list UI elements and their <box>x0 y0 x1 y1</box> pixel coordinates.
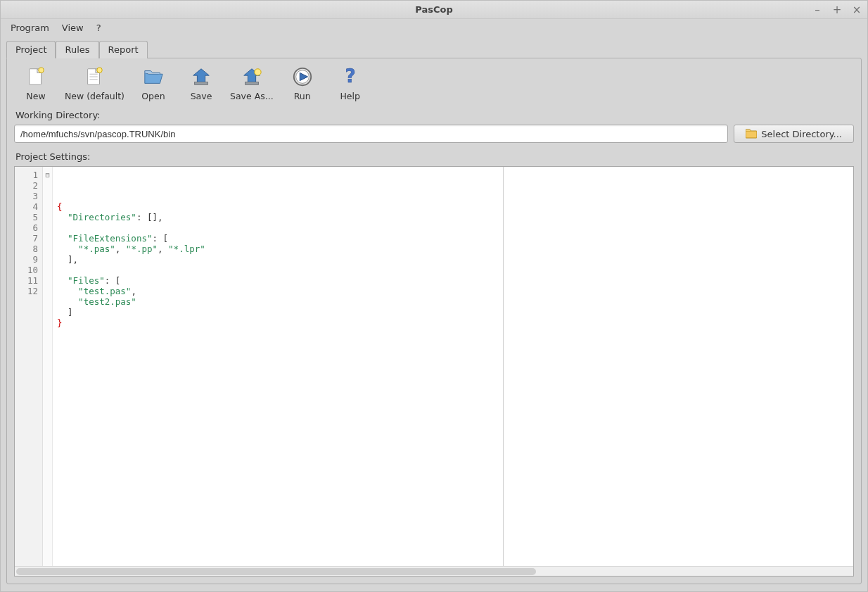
code-line: } <box>57 317 849 328</box>
svg-point-9 <box>255 69 261 75</box>
code-line: "test2.pas" <box>57 296 849 307</box>
scrollbar-thumb[interactable] <box>16 568 536 575</box>
titlebar: PasCop – + × <box>1 1 867 19</box>
toolbar-label: Save As... <box>230 91 274 101</box>
svg-rect-7 <box>195 82 208 85</box>
play-icon <box>291 65 314 88</box>
code-line: "test.pas", <box>57 286 849 296</box>
code-area[interactable]: { "Directories": [], "FileExtensions": [… <box>53 167 853 566</box>
file-new-icon <box>25 65 47 88</box>
toolbar-label: Open <box>141 91 165 101</box>
button-label: Select Directory... <box>761 129 842 139</box>
menu-view[interactable]: View <box>56 20 89 35</box>
content-area: Project Rules Report New New (default) <box>1 36 867 591</box>
menubar: Program View ? <box>1 19 867 36</box>
menu-help[interactable]: ? <box>91 20 107 35</box>
select-directory-button[interactable]: Select Directory... <box>734 125 854 143</box>
tab-rules[interactable]: Rules <box>56 41 98 58</box>
code-line: "Files": [ <box>57 275 849 286</box>
working-directory-label: Working Directory: <box>15 110 853 120</box>
save-as-button[interactable]: Save As... <box>230 65 274 101</box>
toolbar-label: Help <box>340 91 360 101</box>
save-as-icon <box>241 65 263 88</box>
folder-open-icon <box>142 65 165 88</box>
svg-rect-13 <box>746 131 757 138</box>
file-new-default-icon <box>83 65 106 88</box>
code-line: ], <box>57 254 849 265</box>
minimize-icon[interactable]: – <box>811 4 824 16</box>
toolbar-label: Save <box>191 91 212 101</box>
help-icon: ? <box>339 65 362 88</box>
project-settings-label: Project Settings: <box>15 151 853 162</box>
svg-rect-8 <box>245 82 258 85</box>
line-number-gutter: 1 2 3 4 5 6 7 8 9 10 11 12 <box>15 167 43 566</box>
code-line <box>57 222 849 233</box>
folder-icon <box>746 129 757 139</box>
tab-report[interactable]: Report <box>99 41 148 58</box>
open-button[interactable]: Open <box>134 65 172 101</box>
code-line: "Directories": [], <box>57 212 849 222</box>
save-button[interactable]: Save <box>182 65 220 101</box>
app-window: PasCop – + × Program View ? Project Rule… <box>0 0 868 592</box>
run-button[interactable]: Run <box>283 65 321 101</box>
toolbar-label: New <box>26 91 45 101</box>
svg-text:?: ? <box>345 66 355 87</box>
toolbar-label: Run <box>294 91 311 101</box>
window-title: PasCop <box>415 4 452 15</box>
tabstrip: Project Rules Report <box>6 41 862 58</box>
code-line <box>57 265 849 275</box>
maximize-icon[interactable]: + <box>831 4 843 16</box>
tab-project[interactable]: Project <box>6 41 56 58</box>
new-default-button[interactable]: New (default) <box>65 65 125 101</box>
svg-point-1 <box>39 68 44 73</box>
tabpanel-project: New New (default) Open <box>6 58 862 584</box>
code-line: "FileExtensions": [ <box>57 233 849 244</box>
save-icon <box>190 65 212 88</box>
code-line: "*.pas", "*.pp", "*.lpr" <box>57 244 849 254</box>
code-line: { <box>57 201 849 212</box>
help-button[interactable]: ? Help <box>331 65 369 101</box>
column-guide <box>503 167 504 566</box>
working-directory-input[interactable] <box>14 125 728 143</box>
window-controls: – + × <box>811 1 863 19</box>
working-directory-row: Select Directory... <box>14 125 854 143</box>
editor-body: 1 2 3 4 5 6 7 8 9 10 11 12 ⊟ { "Director… <box>15 167 853 566</box>
fold-column: ⊟ <box>43 167 53 566</box>
new-button[interactable]: New <box>17 65 55 101</box>
toolbar: New New (default) Open <box>14 64 854 107</box>
code-line: ] <box>57 307 849 317</box>
horizontal-scrollbar[interactable] <box>15 566 853 576</box>
settings-editor[interactable]: 1 2 3 4 5 6 7 8 9 10 11 12 ⊟ { "Director… <box>14 166 854 577</box>
svg-point-6 <box>97 68 103 73</box>
toolbar-label: New (default) <box>65 91 125 101</box>
close-icon[interactable]: × <box>850 4 863 16</box>
menu-program[interactable]: Program <box>5 20 55 35</box>
